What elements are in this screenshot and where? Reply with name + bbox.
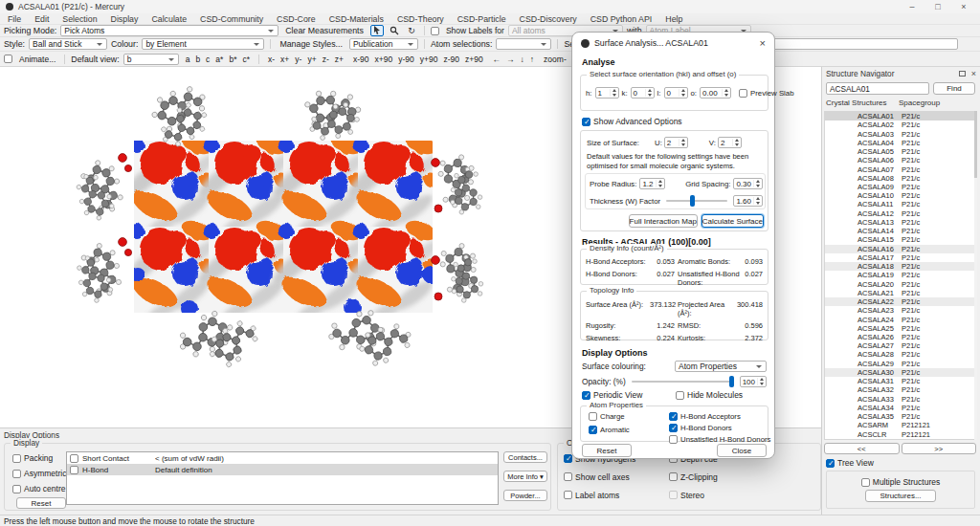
- translate-arrow-button[interactable]: →: [503, 55, 518, 64]
- dialog-reset-button[interactable]: Reset: [582, 444, 632, 457]
- axis-view-button[interactable]: c: [203, 55, 212, 64]
- preview-slab-checkbox[interactable]: [739, 89, 747, 98]
- viewer-option-checkbox[interactable]: [669, 491, 678, 499]
- rotate-step-button[interactable]: z+: [332, 55, 346, 64]
- dialog-titlebar[interactable]: Surface Analysis... ACSALA01 ×: [572, 33, 774, 54]
- menu-item[interactable]: Help: [665, 14, 682, 24]
- hba-toggle[interactable]: H-Bond Acceptors: [669, 412, 741, 421]
- colour-select[interactable]: by Element: [142, 38, 264, 50]
- uhbd-checkbox[interactable]: [669, 435, 678, 444]
- menu-item[interactable]: Calculate: [151, 14, 187, 24]
- contact-checkbox[interactable]: [70, 466, 78, 474]
- structure-list-item[interactable]: ACSALA35 P21/c: [825, 412, 975, 421]
- rotate-step-button[interactable]: y-: [292, 55, 304, 64]
- zoom-button[interactable]: zoom-: [541, 55, 569, 64]
- h-spinner[interactable]: 1: [595, 87, 619, 99]
- rotate-90-button[interactable]: x-90: [350, 55, 372, 64]
- show-advanced-toggle[interactable]: Show Advanced Options: [582, 117, 682, 126]
- style-preset-select[interactable]: Publication: [349, 38, 418, 50]
- structure-list-item[interactable]: ACSALA33 P21/c: [825, 395, 975, 404]
- auto-centre-toggle[interactable]: Auto centre: [12, 484, 65, 493]
- style-select[interactable]: Ball and Stick: [29, 38, 107, 50]
- menu-item[interactable]: CSD-Theory: [397, 14, 444, 24]
- more-info-button[interactable]: More Info ▾: [503, 471, 547, 482]
- aromatic-checkbox[interactable]: [589, 426, 597, 434]
- structure-list-item[interactable]: ACSALA32 P21/c: [825, 385, 975, 394]
- contact-row[interactable]: H-Bond Default definition: [67, 464, 498, 475]
- v-spinner[interactable]: 2: [718, 137, 742, 148]
- powder-button[interactable]: Powder...: [503, 490, 547, 501]
- periodic-view-checkbox[interactable]: [582, 391, 590, 400]
- animate-checkbox[interactable]: [4, 55, 12, 63]
- viewer-option-checkbox[interactable]: [564, 472, 572, 481]
- structure-list-item[interactable]: ACSALA11 P21/c: [825, 200, 975, 208]
- structure-list-item[interactable]: ACSALA29 P21/c: [825, 360, 975, 368]
- translate-arrow-button[interactable]: ←: [490, 55, 504, 64]
- packing-toggle[interactable]: Packing: [12, 453, 53, 463]
- menu-item[interactable]: CSD-Core: [277, 14, 316, 24]
- rotate-90-button[interactable]: z+90: [462, 55, 486, 64]
- clear-measurements-button[interactable]: Clear Measurements: [282, 26, 367, 35]
- structure-list-item[interactable]: ACSALA18 P21/c: [825, 262, 975, 271]
- thickness-slider[interactable]: [666, 200, 727, 202]
- picking-mode-select[interactable]: Pick Atoms: [60, 25, 278, 36]
- tree-view-checkbox[interactable]: [826, 459, 835, 468]
- list-scrollbar[interactable]: [974, 111, 977, 440]
- structure-list-item[interactable]: ACSALA28 P21/c: [825, 350, 975, 359]
- preview-slab-toggle[interactable]: Preview Slab: [739, 89, 794, 98]
- multiple-structures-toggle[interactable]: Multiple Structures: [861, 477, 940, 487]
- close-panel-icon[interactable]: ×: [971, 69, 976, 78]
- viewer-option-checkbox[interactable]: [564, 491, 572, 499]
- rotate-90-button[interactable]: z-90: [440, 55, 462, 64]
- probe-radius-spinner[interactable]: 1.2: [639, 178, 664, 189]
- packing-checkbox[interactable]: [12, 454, 21, 463]
- l-spinner[interactable]: 0: [664, 87, 688, 99]
- charge-checkbox[interactable]: [589, 412, 597, 421]
- dialog-close-button[interactable]: Close: [717, 444, 767, 457]
- structure-list-item[interactable]: ACSALA17 P21/c: [825, 253, 975, 262]
- menu-item[interactable]: CSD-Particle: [457, 14, 506, 24]
- viewer-option-toggle[interactable]: Z-Clipping: [669, 472, 816, 482]
- dialog-close-icon[interactable]: ×: [760, 37, 766, 49]
- structure-list-item[interactable]: ACSALA02 P21/c: [825, 121, 975, 129]
- manage-styles-button[interactable]: Manage Styles...: [277, 39, 345, 49]
- thickness-spinner[interactable]: 1.60: [733, 195, 763, 207]
- show-advanced-checkbox[interactable]: [582, 118, 590, 126]
- asymmetric-unit-checkbox[interactable]: [12, 470, 21, 478]
- hbd-toggle[interactable]: H-Bond Donors: [669, 424, 732, 432]
- structure-list-item[interactable]: ACSALA34 P21/c: [825, 404, 975, 412]
- menu-item[interactable]: CSD Python API: [590, 14, 653, 24]
- structure-list-item[interactable]: ACSALA03 P21/c: [825, 129, 975, 138]
- structure-list-item[interactable]: ACSALA12 P21/c: [825, 209, 975, 218]
- menu-item[interactable]: CSD-Discovery: [520, 14, 577, 24]
- display-reset-button[interactable]: Reset: [16, 497, 66, 509]
- rotate-step-button[interactable]: x-: [265, 55, 278, 64]
- opacity-spinner[interactable]: 100: [740, 376, 767, 387]
- menu-item[interactable]: Edit: [34, 14, 49, 24]
- uhbd-toggle[interactable]: Unsatisfied H-Bond Donors: [669, 435, 770, 444]
- structure-list-item[interactable]: ACSALA19 P21/c: [825, 271, 975, 279]
- animate-button[interactable]: Animate...: [16, 55, 58, 64]
- viewer-option-toggle[interactable]: Show cell axes: [564, 472, 669, 482]
- charge-toggle[interactable]: Charge: [589, 412, 625, 421]
- structure-list-item[interactable]: ACSALA20 P21/c: [825, 279, 975, 288]
- structure-list-item[interactable]: ACSALA23 P21/c: [825, 306, 975, 315]
- calculate-surface-button[interactable]: Calculate Surface: [702, 214, 764, 228]
- u-spinner[interactable]: 2: [664, 137, 688, 148]
- rotate-90-button[interactable]: y+90: [417, 55, 441, 64]
- structure-list-item[interactable]: ACSALA25 P21/c: [825, 324, 975, 333]
- structure-list-item[interactable]: ACSALA04 P21/c: [825, 139, 975, 147]
- hba-checkbox[interactable]: [669, 412, 678, 421]
- col-spacegroup[interactable]: Spacegroup: [899, 99, 940, 110]
- structure-list-item[interactable]: ACSALA13 P21/c: [825, 218, 975, 227]
- grid-spacing-spinner[interactable]: 0.30: [733, 178, 763, 189]
- hide-molecules-checkbox[interactable]: [676, 391, 684, 400]
- periodic-view-toggle[interactable]: Periodic View: [582, 390, 642, 400]
- multiple-structures-checkbox[interactable]: [861, 478, 870, 487]
- viewer-option-checkbox[interactable]: [564, 454, 572, 463]
- rotate-step-button[interactable]: y+: [304, 55, 319, 64]
- rotate-90-button[interactable]: x+90: [372, 55, 396, 64]
- opacity-slider[interactable]: [632, 381, 734, 383]
- structure-list-item[interactable]: ACSALA05 P21/c: [825, 147, 975, 156]
- contacts-button[interactable]: Contacts...: [503, 451, 547, 463]
